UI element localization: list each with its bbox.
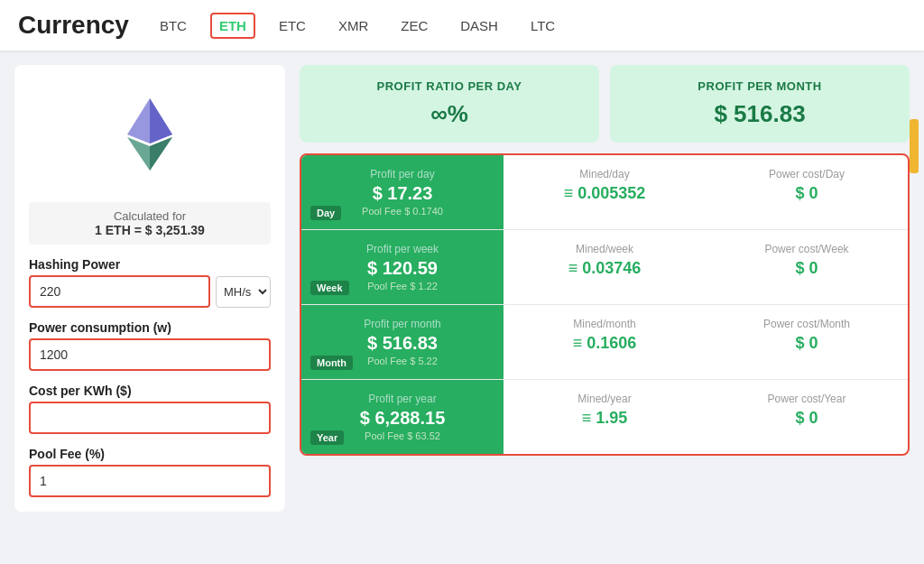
cost-per-kwh-field: Cost per KWh ($): [29, 384, 271, 434]
result-row-day: Profit per day $ 17.23 Pool Fee $ 0.1740…: [301, 155, 908, 230]
pool-fee-input[interactable]: [29, 465, 271, 497]
power-consumption-field: Power consumption (w): [29, 320, 271, 371]
eth-price-value: 1 ETH = $ 3,251.39: [36, 223, 263, 237]
result-cell-profit-month: Profit per month $ 516.83 Pool Fee $ 5.2…: [301, 305, 504, 379]
result-cell-mined-year: Mined/year ≡ 1.95: [504, 380, 706, 454]
profit-month-value: $ 516.83: [628, 100, 892, 128]
nav-tab-dash[interactable]: DASH: [451, 13, 507, 39]
nav-tab-ltc[interactable]: LTC: [522, 13, 564, 39]
svg-marker-1: [150, 98, 172, 143]
result-cell-power-week: Power cost/Week $ 0: [706, 230, 908, 304]
result-cell-profit-day: Profit per day $ 17.23 Pool Fee $ 0.1740…: [301, 155, 504, 229]
result-row-month: Profit per month $ 516.83 Pool Fee $ 5.2…: [301, 305, 908, 380]
nav-tab-eth[interactable]: ETH: [210, 13, 255, 39]
result-cell-mined-week: Mined/week ≡ 0.03746: [504, 230, 706, 304]
eth-logo-icon: [109, 94, 190, 175]
hashing-power-input[interactable]: [29, 275, 210, 308]
nav-tab-xmr[interactable]: XMR: [329, 13, 377, 39]
result-cell-power-day: Power cost/Day $ 0: [706, 155, 908, 229]
nav-tab-zec[interactable]: ZEC: [392, 13, 437, 39]
cost-per-kwh-label: Cost per KWh ($): [29, 384, 271, 398]
svg-marker-3: [150, 137, 172, 171]
hashing-power-label: Hashing Power: [29, 257, 271, 272]
result-cell-power-year: Power cost/Year $ 0: [706, 380, 908, 454]
nav-tab-etc[interactable]: ETC: [270, 13, 315, 39]
result-cell-mined-day: Mined/day ≡ 0.005352: [504, 155, 706, 229]
pool-fee-field: Pool Fee (%): [29, 447, 271, 497]
main-content: Calculated for 1 ETH = $ 3,251.39 Hashin…: [0, 51, 924, 526]
profit-ratio-value: ∞%: [318, 100, 581, 128]
result-cell-profit-year: Profit per year $ 6,288.15 Pool Fee $ 63…: [301, 380, 504, 454]
scroll-hint: [910, 119, 919, 173]
result-cell-power-month: Power cost/Month $ 0: [706, 305, 908, 379]
hashing-power-field: Hashing Power MH/s KH/s GH/s TH/s: [29, 257, 271, 308]
profit-month-label: PROFIT PER MONTH: [628, 79, 892, 93]
results-container: Profit per day $ 17.23 Pool Fee $ 0.1740…: [300, 153, 910, 456]
pool-fee-label: Pool Fee (%): [29, 447, 271, 461]
result-cell-profit-week: Profit per week $ 120.59 Pool Fee $ 1.22…: [301, 230, 504, 304]
profit-ratio-label: PROFIT RATIO PER DAY: [318, 79, 581, 93]
nav-tab-btc[interactable]: BTC: [151, 13, 196, 39]
summary-cards: PROFIT RATIO PER DAY ∞% PROFIT PER MONTH…: [300, 65, 910, 143]
result-cell-mined-month: Mined/month ≡ 0.1606: [504, 305, 706, 379]
currency-nav: BTCETHETCXMRZECDASHLTC: [151, 13, 564, 39]
power-consumption-input[interactable]: [29, 338, 271, 371]
cost-per-kwh-input[interactable]: [29, 402, 271, 434]
result-row-year: Profit per year $ 6,288.15 Pool Fee $ 63…: [301, 380, 908, 454]
profit-ratio-card: PROFIT RATIO PER DAY ∞%: [300, 65, 599, 143]
eth-logo-container: [29, 79, 271, 190]
hashing-power-unit-select[interactable]: MH/s KH/s GH/s TH/s: [216, 276, 271, 308]
profit-month-card: PROFIT PER MONTH $ 516.83: [610, 65, 910, 143]
right-panel: PROFIT RATIO PER DAY ∞% PROFIT PER MONTH…: [300, 65, 910, 512]
power-consumption-label: Power consumption (w): [29, 320, 271, 335]
left-panel: Calculated for 1 ETH = $ 3,251.39 Hashin…: [14, 65, 285, 512]
header: Currency BTCETHETCXMRZECDASHLTC: [0, 0, 924, 51]
result-row-week: Profit per week $ 120.59 Pool Fee $ 1.22…: [301, 230, 908, 305]
page-title: Currency: [18, 11, 129, 40]
eth-price-info: Calculated for 1 ETH = $ 3,251.39: [29, 202, 271, 245]
